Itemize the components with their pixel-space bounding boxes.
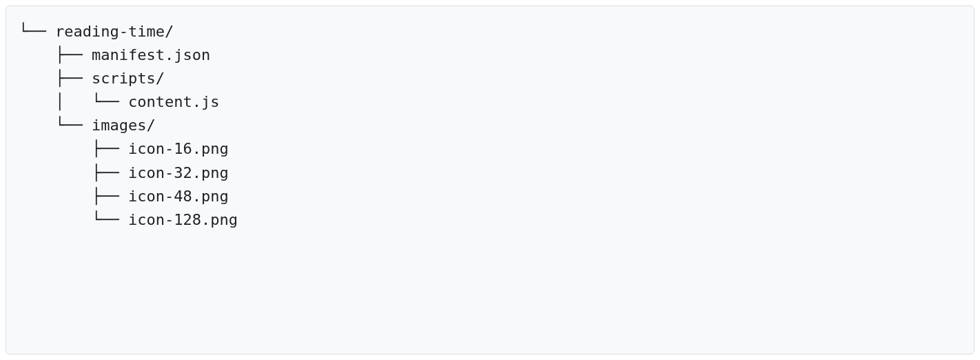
directory-tree: └── reading-time/ ├── manifest.json ├── …: [6, 6, 974, 354]
tree-line-root: └── reading-time/: [19, 23, 174, 40]
tree-line-scripts: ├── scripts/: [19, 70, 165, 87]
tree-line-icon-48: ├── icon-48.png: [19, 188, 229, 205]
tree-line-images: └── images/: [19, 117, 156, 134]
tree-line-icon-16: ├── icon-16.png: [19, 140, 229, 157]
tree-line-content: │ └── content.js: [19, 93, 219, 110]
tree-line-manifest: ├── manifest.json: [19, 46, 210, 63]
tree-line-icon-32: ├── icon-32.png: [19, 164, 229, 181]
tree-line-icon-128: └── icon-128.png: [19, 211, 238, 228]
